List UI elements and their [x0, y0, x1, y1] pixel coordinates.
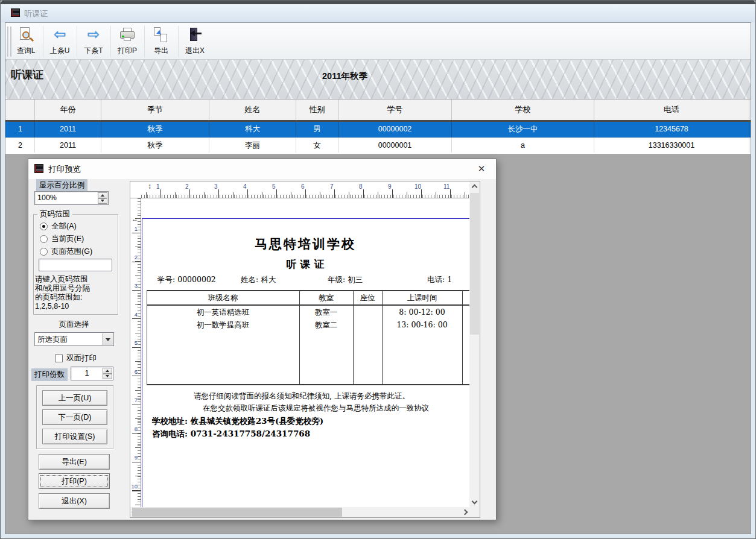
spinner-down-icon[interactable]: [103, 374, 112, 380]
zoom-percent-label: 显示百分比例: [36, 179, 87, 192]
ruler-margin-marker-icon[interactable]: ↕: [148, 182, 151, 191]
cell-school: 长沙一中: [452, 122, 594, 137]
cell-gender: 男: [296, 122, 338, 137]
ruler-number: 10: [415, 183, 421, 190]
table-row-selected[interactable]: 1 2011 秋季 科大 男 00000002 长沙一中 12345678: [5, 122, 751, 137]
ruler-number: 2: [185, 183, 189, 190]
grid-header-rownum[interactable]: [6, 99, 35, 120]
ruler-number: 10: [131, 483, 138, 490]
printer-icon: [119, 27, 136, 43]
screen: 听课证 查询L ⇦ 上条U: [0, 0, 756, 539]
table-border: [147, 290, 147, 385]
toolbar-button-label: 退出X: [179, 46, 211, 56]
app-title: 听课证: [24, 8, 48, 19]
vertical-scroll-thumb[interactable]: [470, 193, 479, 335]
cell-gender: 女: [296, 138, 338, 153]
cell-name: 科大: [209, 122, 296, 137]
vertical-ruler: ↔ 1 2 3 4 5 6 7 8 9 10: [130, 198, 141, 507]
toolbar-button-label: 导出: [145, 46, 177, 56]
doc-student-id: 学号: 00000002: [157, 275, 216, 285]
cell-school: a: [452, 138, 594, 153]
radio-current-page[interactable]: 当前页(E): [40, 234, 84, 244]
horizontal-scroll-thumb[interactable]: [132, 508, 342, 517]
grid-header-gender[interactable]: 性别: [296, 99, 338, 120]
cell-season: 秋季: [101, 122, 209, 137]
button-label: 打印(P): [62, 476, 87, 487]
print-preview-dialog: 打印预览 显示百分比例 100% 页码范围 全部(A): [28, 159, 497, 520]
doc-table-cell: 教室一: [299, 307, 353, 318]
scroll-up-icon[interactable]: [472, 184, 478, 191]
ruler-number: 2: [135, 254, 138, 260]
document-front-shape: [160, 34, 167, 42]
toolbar-button-next[interactable]: ⇨ 下条T: [77, 24, 110, 58]
scroll-right-icon[interactable]: [462, 509, 468, 515]
grid-header-row: 年份 季节 姓名 性别 学号 学校 电话: [5, 99, 751, 122]
grid-header-year[interactable]: 年份: [35, 99, 101, 120]
doc-address: 学校地址: 攸县城关镇党校路23号(县委党校旁): [152, 416, 323, 427]
spinner-down-icon[interactable]: [98, 198, 107, 204]
toolbar-button-exit[interactable]: 退出X: [179, 24, 211, 58]
radio-label: 全部(A): [51, 221, 77, 232]
ruler-number: 6: [135, 368, 138, 375]
scroll-down-icon[interactable]: [472, 499, 478, 505]
grid-header-phone[interactable]: 电话: [594, 99, 749, 120]
app-titlebar[interactable]: 听课证: [1, 4, 755, 22]
arrow-right-icon: ⇨: [85, 27, 102, 43]
table-border: [462, 290, 463, 385]
zoom-percent-input[interactable]: 100%: [34, 191, 109, 205]
app-icon: [11, 8, 20, 17]
printer-output-shape: [124, 37, 131, 41]
page-range-hint-line: 请键入页码范围: [35, 275, 88, 284]
toolbar-button-export[interactable]: 导出: [145, 24, 177, 58]
page-title: 听课证: [11, 68, 43, 82]
copies-label: 打印份数: [31, 368, 68, 381]
table-border: [147, 304, 469, 306]
horizontal-scrollbar[interactable]: [130, 507, 469, 517]
prev-page-button[interactable]: 上一页(U): [42, 390, 107, 406]
chevron-down-icon[interactable]: [103, 333, 113, 345]
doc-student-name: 姓名: 科大: [241, 275, 276, 285]
doc-note: 请您仔细阅读背面的报名须知和纪律须知, 上课请务必携带此证。: [194, 391, 410, 402]
toolbar-button-previous[interactable]: ⇦ 上条U: [43, 24, 76, 58]
page-range-input[interactable]: [39, 259, 112, 271]
radio-all-pages[interactable]: 全部(A): [40, 221, 77, 232]
ruler-number: 7: [330, 183, 334, 190]
ruler-number: 1: [135, 225, 138, 232]
table-border: [147, 384, 469, 385]
button-label: 下一页(D): [59, 412, 92, 423]
grid-header-student-id[interactable]: 学号: [338, 99, 452, 120]
grid-header-name[interactable]: 姓名: [209, 99, 296, 120]
print-button[interactable]: 打印(P): [39, 473, 110, 489]
exit-button[interactable]: 退出(X): [39, 493, 110, 509]
vertical-scrollbar[interactable]: [469, 181, 480, 507]
toolbar-button-print[interactable]: 打印P: [111, 24, 144, 58]
page-select-dropdown[interactable]: 所选页面: [34, 332, 114, 346]
cell-phone: 12345678: [594, 122, 749, 137]
duplex-checkbox[interactable]: 双面打印: [55, 353, 97, 364]
copies-input[interactable]: 1: [71, 367, 113, 380]
ruler-margin-marker-icon[interactable]: ↔: [132, 215, 138, 222]
print-setup-button[interactable]: 打印设置(S): [42, 429, 107, 444]
cell-phone: 13316330001: [594, 138, 749, 153]
grid-header-season[interactable]: 季节: [101, 99, 209, 120]
cell-rownum: 2: [6, 138, 35, 153]
radio-page-range[interactable]: 页面范围(G): [40, 247, 92, 257]
next-page-button[interactable]: 下一页(D): [42, 409, 107, 425]
ruler-number: 3: [135, 282, 138, 289]
button-label: 退出(X): [62, 496, 87, 506]
radio-on-icon: [40, 222, 48, 230]
page-range-hint-line: 的页码范围如:: [35, 293, 82, 302]
toolbar-button-query[interactable]: 查询L: [10, 24, 42, 58]
spinner-up-icon[interactable]: [98, 192, 107, 198]
duplex-label: 双面打印: [66, 353, 97, 364]
spinner-up-icon[interactable]: [103, 368, 112, 374]
doc-table-cell: 初一英语精选班: [147, 307, 299, 318]
cell-season: 秋季: [101, 138, 209, 153]
export-button[interactable]: 导出(E): [39, 454, 110, 470]
close-icon[interactable]: [472, 162, 491, 176]
doc-class-table: 班级名称 教室 座位 上课时间 初一英语精选班 教室一 8: 00-12: 00…: [142, 290, 469, 385]
dialog-titlebar[interactable]: 打印预览: [28, 159, 496, 179]
radio-label: 当前页(E): [51, 234, 84, 244]
grid-header-school[interactable]: 学校: [452, 99, 594, 120]
table-row[interactable]: 2 2011 秋季 李丽 女 00000001 a 13316330001: [5, 137, 751, 153]
